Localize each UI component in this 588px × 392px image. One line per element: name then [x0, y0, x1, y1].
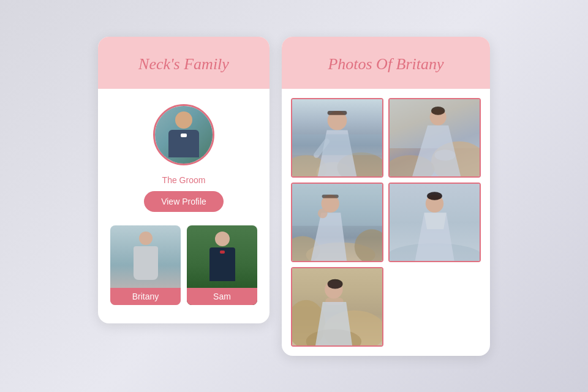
sam-head: [215, 232, 230, 246]
groom-bow: [181, 134, 187, 137]
photo-image-4: [390, 184, 480, 261]
groom-avatar-image: [155, 106, 213, 164]
britany-body: [134, 246, 158, 280]
svg-marker-28: [424, 213, 447, 229]
photo-svg-5: [292, 268, 382, 345]
sam-label: Sam: [187, 288, 257, 305]
photo-cell-5[interactable]: [291, 267, 383, 347]
left-card-body: The Groom View Profile Britany: [98, 89, 270, 323]
right-card: Photos Of Britany: [282, 37, 490, 356]
svg-point-12: [431, 107, 445, 115]
right-card-header: Photos Of Britany: [282, 37, 490, 89]
svg-point-22: [318, 208, 328, 218]
photo-svg-1: [292, 99, 382, 176]
groom-figure: [168, 111, 199, 157]
family-grid: Britany Sam: [110, 225, 257, 305]
britany-label: Britany: [110, 288, 181, 305]
sam-bow: [220, 251, 225, 254]
photo-cell-3[interactable]: [291, 183, 383, 262]
photo-image-2: [390, 99, 480, 176]
photo-image-1: [292, 99, 382, 176]
photo-image-3: [292, 184, 382, 261]
photo-svg-2: [390, 99, 480, 176]
britany-figure: [134, 232, 158, 280]
left-card-header: Neck's Family: [98, 37, 270, 89]
svg-point-26: [427, 192, 442, 200]
svg-point-14: [435, 149, 456, 160]
photo-svg-3: [292, 184, 382, 261]
view-profile-button[interactable]: View Profile: [144, 191, 224, 212]
britany-head: [139, 232, 153, 245]
avatar: [153, 104, 214, 165]
svg-rect-20: [322, 194, 339, 198]
photos-grid: [282, 89, 490, 356]
sam-figure: [209, 232, 235, 281]
app-container: Neck's Family The Groom View Profile: [98, 37, 490, 356]
photo-cell-4[interactable]: [388, 183, 481, 262]
svg-point-34: [328, 279, 343, 288]
family-item-sam[interactable]: Sam: [187, 225, 257, 305]
family-item-britany[interactable]: Britany: [110, 225, 181, 305]
left-card-title: Neck's Family: [110, 55, 257, 74]
groom-body: [168, 130, 199, 157]
photo-svg-4: [390, 184, 480, 261]
svg-point-18: [355, 229, 382, 261]
photo-image-5: [292, 268, 382, 345]
photo-cell-1[interactable]: [291, 98, 383, 178]
groom-label: The Groom: [162, 175, 206, 185]
groom-head: [175, 111, 192, 129]
sam-body: [209, 247, 235, 281]
svg-rect-4: [328, 110, 347, 115]
right-card-title: Photos Of Britany: [294, 55, 478, 74]
left-card: Neck's Family The Groom View Profile: [98, 37, 270, 323]
svg-rect-7: [292, 134, 382, 155]
photo-cell-2[interactable]: [388, 98, 481, 178]
